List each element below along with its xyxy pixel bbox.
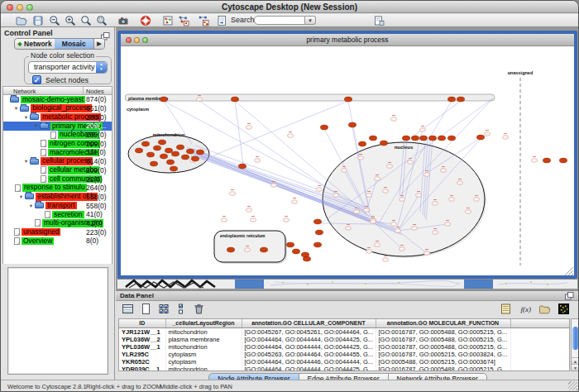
node-selected[interactable] (191, 156, 199, 161)
node[interactable] (345, 227, 351, 231)
node[interactable] (246, 126, 251, 130)
window-resize-grip[interactable] (568, 381, 577, 390)
tree-row[interactable]: ▼establishment of lo558(0) (3, 193, 112, 202)
tree-row[interactable]: ▼primary metabo209(... (3, 122, 112, 131)
node[interactable] (229, 192, 235, 196)
node[interactable] (363, 208, 369, 213)
tab-overflow-arrow-icon[interactable]: ▶ (93, 39, 104, 49)
delete-attribute-icon[interactable] (193, 303, 207, 317)
node-selected[interactable] (141, 141, 149, 146)
tree-row[interactable]: ▼cellular process614(0) (3, 157, 112, 166)
node[interactable] (531, 159, 537, 163)
network-window[interactable]: primary metabolic process plasma membran… (117, 31, 577, 279)
zoom-selected-icon[interactable] (80, 15, 93, 26)
table-row[interactable]: YKR052Ccytoplasm[GO:0044464, GO:0044446,… (119, 358, 569, 366)
float-panel-icon[interactable] (565, 292, 574, 300)
node[interactable] (411, 227, 417, 231)
expand-triangle-icon[interactable]: ▼ (22, 115, 30, 120)
node-selected[interactable] (260, 247, 267, 252)
expand-triangle-icon[interactable]: ▼ (22, 159, 30, 164)
tree-row[interactable]: ▼metabolic process280(0) (3, 112, 112, 122)
node[interactable] (399, 247, 404, 251)
node[interactable] (382, 258, 388, 262)
node[interactable] (395, 229, 400, 233)
node[interactable] (244, 248, 250, 252)
node[interactable] (366, 250, 371, 254)
table-row[interactable]: YPL036W__2plasma membrane[GO:0044464, GO… (119, 336, 569, 343)
node-selected[interactable] (170, 166, 177, 171)
node-selected[interactable] (171, 151, 179, 156)
node[interactable] (382, 189, 388, 194)
node-selected[interactable] (358, 141, 366, 146)
node-color-dropdown[interactable]: transporter activity ▲▼ (28, 61, 108, 74)
node-selected[interactable] (369, 136, 376, 141)
node-selected[interactable] (348, 122, 356, 127)
tree-row[interactable]: multi-organism pro42(0) (3, 219, 112, 228)
node-selected[interactable] (153, 146, 160, 151)
tab-network[interactable]: ❖ Network (15, 39, 55, 49)
expand-triangle-icon[interactable]: ▼ (17, 194, 25, 199)
expand-triangle-icon[interactable]: ▼ (12, 106, 20, 111)
dropdown-stepper-icon[interactable]: ▲▼ (96, 62, 107, 73)
network-window-titlebar[interactable]: primary metabolic process (121, 34, 574, 46)
node[interactable] (432, 231, 438, 235)
node[interactable] (374, 177, 380, 181)
snapshot-icon[interactable] (117, 15, 131, 26)
node[interactable] (196, 98, 202, 102)
node-selected[interactable] (402, 136, 409, 141)
node[interactable] (254, 159, 260, 163)
node[interactable] (333, 194, 338, 198)
scroll-down-icon[interactable]: ▼ (572, 364, 579, 370)
node-selected[interactable] (428, 136, 436, 141)
node[interactable] (287, 134, 293, 138)
node-selected[interactable] (196, 150, 203, 155)
select-few-attributes-icon[interactable] (175, 303, 189, 317)
node[interactable] (291, 200, 297, 204)
node[interactable] (473, 198, 479, 202)
new-attribute-icon[interactable] (140, 303, 154, 317)
node[interactable] (386, 165, 392, 169)
node[interactable] (444, 222, 450, 227)
table-row[interactable]: YJR121W__1mitochondrion[GO:0045267, GO:0… (119, 327, 569, 336)
column-header[interactable]: _cellularLayoutRegion (165, 319, 242, 327)
tree-row[interactable]: unassigned223(0) (3, 227, 112, 237)
background-windows-strip[interactable] (117, 279, 577, 289)
node[interactable] (390, 222, 396, 227)
import-attributes-icon[interactable] (538, 303, 553, 317)
node[interactable] (419, 128, 425, 132)
node[interactable] (432, 202, 438, 206)
node-selected[interactable] (476, 135, 484, 140)
node[interactable] (357, 156, 363, 160)
tree-row[interactable]: secretion41(0) (3, 210, 112, 219)
zoom-in-icon[interactable] (65, 15, 78, 26)
window-titlebar[interactable]: Cytoscape Desktop (New Session) (1, 1, 578, 13)
network-graph[interactable]: plasma membranecytoplasmmitochondrionnuc… (121, 46, 574, 275)
select-attributes-icon[interactable] (158, 303, 172, 317)
tree-row[interactable]: ▼transport558(0) (3, 201, 112, 210)
node[interactable] (399, 198, 404, 202)
node-selected[interactable] (227, 247, 234, 252)
node-selected[interactable] (135, 148, 142, 153)
table-row[interactable]: YPL036W__1mitochondrion[GO:0044464, GO:0… (119, 343, 569, 351)
node[interactable] (484, 132, 490, 136)
expand-triangle-icon[interactable]: ▼ (27, 203, 35, 208)
node-selected[interactable] (158, 140, 165, 145)
node-selected[interactable] (447, 136, 455, 141)
zoom-out-icon[interactable] (49, 15, 62, 26)
node-selected[interactable] (160, 97, 167, 102)
node[interactable] (246, 208, 251, 213)
node-selected[interactable] (292, 249, 299, 254)
node[interactable] (283, 218, 289, 222)
node-selected[interactable] (286, 242, 294, 247)
tree-row[interactable]: ▼biological_process651(0) (3, 104, 112, 113)
attribute-table-icon[interactable] (122, 303, 136, 317)
tree-header[interactable]: Network Nodes (2, 86, 112, 95)
scroll-up-icon[interactable]: ▲ (572, 357, 579, 364)
column-header[interactable]: ID (119, 319, 165, 327)
node[interactable] (370, 220, 376, 224)
node-selected[interactable] (165, 148, 172, 153)
node[interactable] (423, 251, 429, 256)
scrollbar-thumb[interactable] (572, 327, 578, 350)
tree-column-nodes[interactable]: Nodes (86, 88, 104, 95)
save-icon[interactable] (32, 15, 45, 26)
